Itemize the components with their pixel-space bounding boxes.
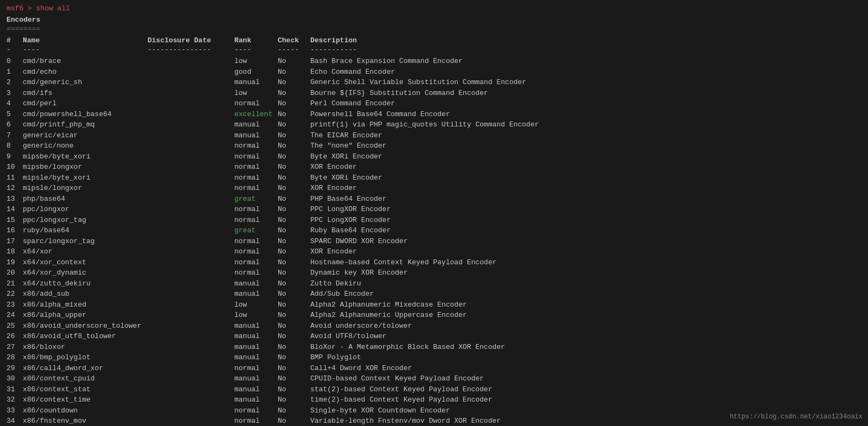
cell-num: 28 xyxy=(7,352,23,363)
cell-rank: normal xyxy=(234,268,278,278)
cell-date xyxy=(148,56,234,67)
cell-name: cmd/echo xyxy=(23,67,148,78)
cell-check: No xyxy=(278,321,310,332)
cell-date xyxy=(148,278,234,289)
cell-desc: BMP Polyglot xyxy=(310,352,861,363)
cell-check: No xyxy=(278,67,310,78)
cell-date xyxy=(148,310,234,321)
cell-check: No xyxy=(278,109,310,120)
cell-date xyxy=(148,416,234,426)
cell-name: cmd/perl xyxy=(23,98,148,109)
cell-check: No xyxy=(278,151,310,162)
cell-rank: normal xyxy=(234,162,278,173)
cell-check: No xyxy=(278,88,310,99)
cell-name: mipsle/byte_xori xyxy=(23,173,148,183)
cell-name: x64/xor xyxy=(23,246,148,257)
underline-desc: ----------- xyxy=(310,46,861,54)
cell-check: No xyxy=(278,289,310,300)
cell-desc: Bourne ${IFS} Substitution Command Encod… xyxy=(310,88,861,99)
cell-check: No xyxy=(278,246,310,257)
cell-rank: normal xyxy=(234,236,278,247)
table-row: 7 generic/eicar manual No The EICAR Enco… xyxy=(7,130,861,141)
cell-rank: manual xyxy=(234,119,278,130)
table-row: 15 ppc/longxor_tag normal No PPC LongXOR… xyxy=(7,215,861,226)
table-row: 13 php/base64 great No PHP Base64 Encode… xyxy=(7,194,861,205)
cell-date xyxy=(148,246,234,257)
cell-name: x86/avoid_underscore_tolower xyxy=(23,321,148,332)
table-row: 17 sparc/longxor_tag normal No SPARC DWO… xyxy=(7,236,861,247)
cell-rank: normal xyxy=(234,215,278,226)
cell-date xyxy=(148,363,234,374)
table-row: 8 generic/none normal No The "none" Enco… xyxy=(7,141,861,151)
table-row: 4 cmd/perl normal No Perl Command Encode… xyxy=(7,98,861,109)
cell-num: 14 xyxy=(7,204,23,215)
cell-rank: normal xyxy=(234,204,278,215)
cell-name: mipsbe/longxor xyxy=(23,162,148,173)
cell-desc: The "none" Encoder xyxy=(310,141,861,151)
cell-rank: normal xyxy=(234,405,278,416)
table-row: 19 x64/xor_context normal No Hostname-ba… xyxy=(7,257,861,268)
cell-num: 31 xyxy=(7,384,23,395)
cell-num: 13 xyxy=(7,194,23,205)
cell-check: No xyxy=(278,257,310,268)
cell-num: 8 xyxy=(7,141,23,151)
col-header-rank: Rank xyxy=(234,36,278,44)
cell-date xyxy=(148,225,234,236)
cell-check: No xyxy=(278,162,310,173)
table-row: 1 cmd/echo good No Echo Command Encoder xyxy=(7,67,861,78)
table-body: 0 cmd/brace low No Bash Brace Expansion … xyxy=(7,56,861,426)
cell-name: x86/context_time xyxy=(23,395,148,405)
cell-date xyxy=(148,119,234,130)
cell-date xyxy=(148,321,234,332)
cell-rank: manual xyxy=(234,342,278,353)
cell-num: 27 xyxy=(7,342,23,353)
cell-rank: normal xyxy=(234,363,278,374)
cell-num: 1 xyxy=(7,67,23,78)
cell-date xyxy=(148,395,234,405)
cell-rank: low xyxy=(234,88,278,99)
cell-date xyxy=(148,109,234,120)
cell-desc: Echo Command Encoder xyxy=(310,67,861,78)
table-row: 27 x86/bloxor manual No BloXor - A Metam… xyxy=(7,342,861,353)
cell-name: x64/xor_dynamic xyxy=(23,268,148,278)
cell-desc: SPARC DWORD XOR Encoder xyxy=(310,236,861,247)
cell-rank: normal xyxy=(234,151,278,162)
table-row: 30 x86/context_cpuid manual No CPUID-bas… xyxy=(7,373,861,384)
cell-name: cmd/brace xyxy=(23,56,148,67)
cell-rank: manual xyxy=(234,289,278,300)
table-header-underline: - ---- --------------- ---- ----- ------… xyxy=(7,46,861,54)
cell-name: x86/call4_dword_xor xyxy=(23,363,148,374)
cell-date xyxy=(148,173,234,183)
cell-rank: manual xyxy=(234,352,278,363)
table-row: 28 x86/bmp_polyglot manual No BMP Polygl… xyxy=(7,352,861,363)
cell-date xyxy=(148,331,234,342)
cell-rank: manual xyxy=(234,384,278,395)
cell-name: x86/bloxor xyxy=(23,342,148,353)
cell-rank: low xyxy=(234,300,278,310)
table-row: 5 cmd/powershell_base64 excellent No Pow… xyxy=(7,109,861,120)
cell-desc: time(2)-based Context Keyed Payload Enco… xyxy=(310,395,861,405)
table-row: 14 ppc/longxor normal No PPC LongXOR Enc… xyxy=(7,204,861,215)
cell-rank: normal xyxy=(234,246,278,257)
cell-name: mipsle/longxor xyxy=(23,183,148,194)
cell-desc: PPC LongXOR Encoder xyxy=(310,215,861,226)
cell-desc: Bash Brace Expansion Command Encoder xyxy=(310,56,861,67)
cell-date xyxy=(148,194,234,205)
cell-desc: XOR Encoder xyxy=(310,183,861,194)
col-header-date: Disclosure Date xyxy=(148,36,234,44)
cell-num: 24 xyxy=(7,310,23,321)
table-row: 18 x64/xor normal No XOR Encoder xyxy=(7,246,861,257)
cell-name: ruby/base64 xyxy=(23,225,148,236)
cell-num: 9 xyxy=(7,151,23,162)
cell-date xyxy=(148,151,234,162)
cell-desc: Zutto Dekiru xyxy=(310,278,861,289)
cell-rank: manual xyxy=(234,395,278,405)
cell-num: 30 xyxy=(7,373,23,384)
cell-num: 19 xyxy=(7,257,23,268)
table-row: 29 x86/call4_dword_xor normal No Call+4 … xyxy=(7,363,861,374)
cell-num: 29 xyxy=(7,363,23,374)
cell-desc: Generic Shell Variable Substitution Comm… xyxy=(310,77,861,88)
cell-date xyxy=(148,405,234,416)
cell-num: 23 xyxy=(7,300,23,310)
cell-check: No xyxy=(278,373,310,384)
